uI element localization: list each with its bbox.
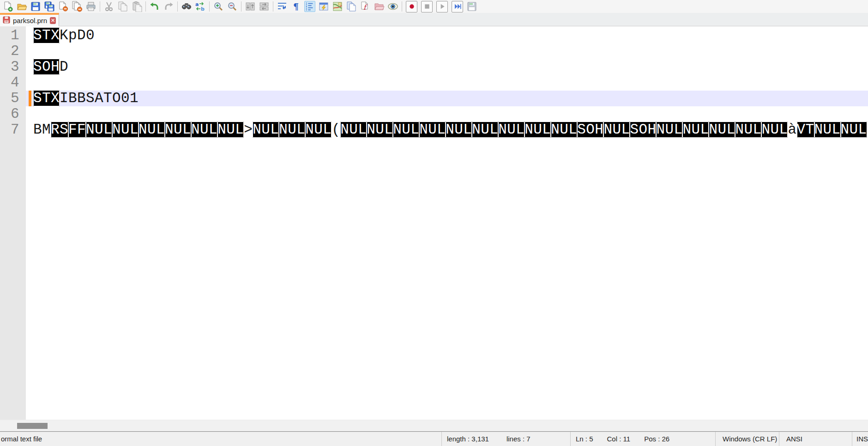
control-char: STX: [33, 27, 60, 43]
control-char: NUL: [253, 122, 279, 138]
status-lines: lines : 7: [506, 435, 530, 443]
control-char: NUL: [841, 122, 867, 138]
replace-icon[interactable]: ab: [195, 1, 206, 12]
tab-close-icon[interactable]: ✕: [50, 17, 56, 24]
monitoring-icon[interactable]: [387, 1, 398, 12]
control-char: SOH: [577, 122, 603, 138]
status-length-lines: length : 3,131 lines : 7: [442, 432, 571, 446]
macro-run-multiple-icon[interactable]: [452, 1, 463, 12]
toolbar-separator: [273, 1, 273, 12]
plain-text: à: [788, 122, 796, 138]
control-char: NUL: [524, 122, 551, 138]
status-column: Col : 11: [607, 435, 631, 443]
plain-text: BM: [33, 122, 51, 138]
code-text[interactable]: BMRSFFNULNULNULNULNULNUL>NULNULNUL(NULNU…: [33, 122, 868, 138]
editor-area[interactable]: 1STXKpD023SOHD45STXIBBSATO0167BMRSFFNULN…: [0, 26, 868, 420]
line-number[interactable]: 1: [0, 28, 26, 43]
control-char: NUL: [112, 122, 139, 138]
control-char: NUL: [86, 122, 112, 138]
document-list-icon[interactable]: [346, 1, 357, 12]
status-bar: ormal text file length : 3,131 lines : 7…: [0, 431, 868, 446]
control-char: NUL: [656, 122, 682, 138]
show-all-characters-icon[interactable]: ¶: [290, 1, 301, 12]
word-wrap-icon[interactable]: [277, 1, 288, 12]
toolbar-separator: [145, 1, 146, 12]
horizontal-scrollbar[interactable]: [0, 420, 868, 431]
control-char: NUL: [340, 122, 367, 138]
marker-margin: [26, 59, 33, 75]
open-file-icon[interactable]: [16, 1, 27, 12]
status-encoding[interactable]: ANSI: [779, 432, 852, 446]
plain-text: >: [244, 122, 253, 138]
editor-line: 6: [0, 106, 868, 122]
control-char: RS: [51, 122, 68, 138]
control-char: NUL: [603, 122, 630, 138]
macro-save-icon: [466, 1, 477, 12]
show-indent-guide-icon[interactable]: [304, 1, 315, 12]
line-number[interactable]: 7: [0, 122, 26, 138]
macro-stop-icon: [421, 1, 433, 12]
code-text[interactable]: [33, 106, 868, 122]
plain-text: IBBSATO01: [60, 90, 139, 106]
print-icon[interactable]: [85, 1, 96, 12]
control-char: FF: [68, 122, 86, 138]
control-char: VT: [797, 122, 814, 138]
marker-margin: [26, 43, 33, 59]
document-map-icon[interactable]: [332, 1, 343, 12]
code-text[interactable]: [33, 43, 868, 59]
control-char: NUL: [472, 122, 498, 138]
toolbar-separator: [209, 1, 210, 12]
plain-text: D: [60, 59, 68, 75]
new-file-icon[interactable]: [2, 1, 13, 12]
control-char: NUL: [393, 122, 419, 138]
user-defined-language-icon[interactable]: [318, 1, 329, 12]
control-char: NUL: [305, 122, 332, 138]
svg-text:a: a: [195, 1, 199, 7]
editor-line: 1STXKpD0: [0, 28, 868, 43]
line-number[interactable]: 6: [0, 106, 26, 122]
line-number[interactable]: 3: [0, 59, 26, 75]
code-text[interactable]: STXKpD0: [33, 28, 868, 43]
plain-text: (: [332, 122, 340, 138]
macro-record-icon[interactable]: [406, 1, 417, 12]
function-list-icon[interactable]: f: [360, 1, 371, 12]
line-number[interactable]: 5: [0, 91, 26, 106]
status-eol-format[interactable]: Windows (CR LF): [716, 432, 779, 446]
copy-icon: [117, 1, 128, 12]
zoom-out-icon[interactable]: [227, 1, 238, 12]
line-number[interactable]: 4: [0, 75, 26, 91]
close-file-icon[interactable]: [58, 1, 69, 12]
folder-as-workspace-icon[interactable]: [374, 1, 385, 12]
marker-margin: [26, 106, 33, 122]
svg-text:b: b: [201, 6, 205, 12]
undo-icon[interactable]: [149, 1, 160, 12]
tab-bar: parksol.prn ✕: [0, 13, 868, 26]
code-text[interactable]: [33, 75, 868, 91]
save-icon[interactable]: [30, 1, 41, 12]
horizontal-scrollbar-thumb[interactable]: [17, 423, 48, 429]
status-length: length : 3,131: [447, 435, 489, 443]
marker-margin: [26, 28, 33, 43]
code-text[interactable]: STXIBBSATO01: [33, 91, 868, 106]
close-all-icon[interactable]: [72, 1, 83, 12]
redo-icon: [163, 1, 174, 12]
toolbar-separator: [241, 1, 241, 12]
toolbar: ab¶f: [0, 0, 868, 13]
save-all-icon[interactable]: [44, 1, 55, 12]
control-char: NUL: [709, 122, 735, 138]
control-char: NUL: [761, 122, 788, 138]
code-text[interactable]: SOHD: [33, 59, 868, 75]
macro-playback-icon: [436, 1, 448, 12]
cut-icon: [103, 1, 115, 12]
paste-icon: [131, 1, 142, 12]
toolbar-separator: [100, 1, 100, 12]
tab-title: parksol.prn: [13, 17, 47, 24]
editor-line: 4: [0, 75, 868, 91]
zoom-in-icon[interactable]: [213, 1, 224, 12]
control-char: NUL: [367, 122, 393, 138]
toolbar-separator: [177, 1, 178, 12]
line-number[interactable]: 2: [0, 43, 26, 59]
status-typing-mode[interactable]: INS: [852, 432, 868, 446]
tab-parksol[interactable]: parksol.prn ✕: [0, 13, 59, 26]
find-icon[interactable]: [181, 1, 192, 12]
